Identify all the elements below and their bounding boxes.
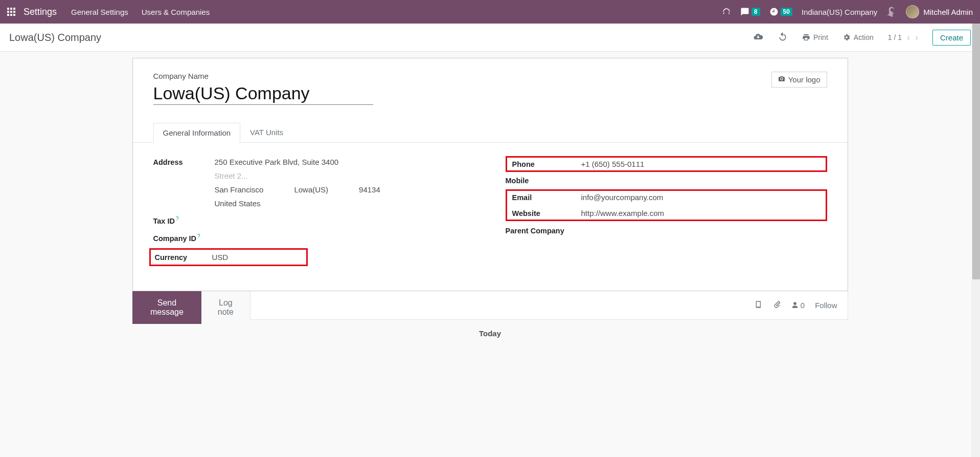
label-companyid: Company ID? bbox=[153, 233, 215, 243]
apps-icon[interactable] bbox=[7, 8, 15, 16]
debug-icon[interactable] bbox=[886, 7, 897, 17]
svg-rect-8 bbox=[13, 14, 15, 16]
activities-badge: 50 bbox=[781, 8, 792, 16]
phone-field[interactable]: +1 (650) 555-0111 bbox=[581, 160, 821, 168]
cloud-upload-icon[interactable] bbox=[753, 32, 763, 43]
attachment-icon[interactable] bbox=[773, 300, 781, 310]
scrollbar[interactable] bbox=[972, 24, 980, 338]
control-bar: Lowa(US) Company Print Action 1 / 1 ‹ › … bbox=[0, 24, 980, 52]
tab-vat-units[interactable]: VAT Units bbox=[240, 122, 293, 142]
voip-icon[interactable] bbox=[722, 7, 731, 16]
action-label: Action bbox=[854, 33, 874, 41]
your-logo-label: Your logo bbox=[788, 75, 821, 84]
top-navbar: Settings General Settings Users & Compan… bbox=[0, 0, 980, 24]
address-country[interactable]: United States bbox=[215, 199, 475, 208]
website-field[interactable]: http://www.example.com bbox=[581, 209, 821, 217]
send-message-button[interactable]: Send message bbox=[132, 291, 202, 324]
label-email: Email bbox=[512, 193, 581, 202]
label-currency: Currency bbox=[155, 253, 212, 262]
breadcrumb[interactable]: Lowa(US) Company bbox=[9, 32, 101, 43]
svg-rect-4 bbox=[10, 11, 12, 13]
messages-badge: 8 bbox=[751, 8, 760, 16]
label-mobile: Mobile bbox=[506, 177, 575, 185]
pager-text: 1 / 1 bbox=[888, 33, 902, 41]
activities-icon[interactable]: 50 bbox=[769, 7, 792, 16]
action-button[interactable]: Action bbox=[842, 33, 874, 41]
create-button[interactable]: Create bbox=[932, 30, 971, 46]
label-address: Address bbox=[153, 158, 215, 166]
camera-icon bbox=[778, 75, 785, 84]
scrollbar-thumb[interactable] bbox=[972, 24, 980, 279]
svg-rect-2 bbox=[13, 8, 15, 10]
address-city[interactable]: San Francisco bbox=[215, 185, 264, 194]
avatar bbox=[906, 5, 919, 18]
address-zip[interactable]: 94134 bbox=[359, 185, 380, 194]
today-separator: Today bbox=[132, 329, 848, 338]
tabs: General Information VAT Units bbox=[133, 122, 848, 143]
address-street2[interactable]: Street 2... bbox=[215, 171, 475, 180]
help-icon[interactable]: ? bbox=[197, 233, 200, 239]
company-name-input[interactable] bbox=[153, 83, 373, 105]
svg-rect-6 bbox=[7, 14, 9, 16]
tab-general-information[interactable]: General Information bbox=[153, 123, 241, 143]
discard-icon[interactable] bbox=[778, 32, 788, 43]
svg-rect-0 bbox=[7, 8, 9, 10]
form-right-column: Phone +1 (650) 555-0111 Mobile Email inf… bbox=[506, 155, 827, 266]
address-state[interactable]: Lowa(US) bbox=[294, 185, 328, 194]
pager-prev-icon[interactable]: ‹ bbox=[907, 32, 910, 43]
user-menu[interactable]: Mitchell Admin bbox=[906, 5, 973, 18]
label-taxid: Tax ID? bbox=[153, 216, 215, 225]
pager: 1 / 1 ‹ › bbox=[888, 32, 918, 43]
label-parent-company: Parent Company bbox=[506, 227, 575, 235]
follow-button[interactable]: Follow bbox=[815, 301, 837, 310]
print-button[interactable]: Print bbox=[802, 33, 828, 41]
messages-icon[interactable]: 8 bbox=[740, 7, 760, 16]
nav-users-companies[interactable]: Users & Companies bbox=[142, 8, 210, 16]
chatter: Send message Log note 0 Follow bbox=[132, 291, 848, 324]
followers-count[interactable]: 0 bbox=[791, 301, 805, 310]
book-icon[interactable] bbox=[755, 300, 763, 310]
address-street[interactable]: 250 Executive Park Blvd, Suite 3400 bbox=[215, 158, 475, 166]
print-label: Print bbox=[813, 33, 828, 41]
svg-rect-5 bbox=[13, 11, 15, 13]
company-switcher[interactable]: Indiana(US) Company bbox=[802, 8, 877, 16]
svg-rect-7 bbox=[10, 14, 12, 16]
app-brand[interactable]: Settings bbox=[24, 7, 57, 17]
label-phone: Phone bbox=[512, 160, 581, 168]
svg-rect-1 bbox=[10, 8, 12, 10]
company-name-label: Company Name bbox=[153, 72, 373, 80]
form-left-column: Address 250 Executive Park Blvd, Suite 3… bbox=[153, 155, 475, 266]
user-name: Mitchell Admin bbox=[923, 8, 973, 16]
label-website: Website bbox=[512, 209, 581, 217]
log-note-button[interactable]: Log note bbox=[201, 291, 249, 324]
email-field[interactable]: info@yourcompany.com bbox=[581, 193, 821, 202]
svg-rect-3 bbox=[7, 11, 9, 13]
help-icon[interactable]: ? bbox=[176, 216, 179, 222]
your-logo-button[interactable]: Your logo bbox=[771, 72, 827, 88]
form-sheet: Company Name Your logo General Informati… bbox=[132, 58, 848, 291]
pager-next-icon[interactable]: › bbox=[915, 32, 918, 43]
currency-field[interactable]: USD bbox=[212, 253, 302, 262]
nav-general-settings[interactable]: General Settings bbox=[71, 8, 128, 16]
